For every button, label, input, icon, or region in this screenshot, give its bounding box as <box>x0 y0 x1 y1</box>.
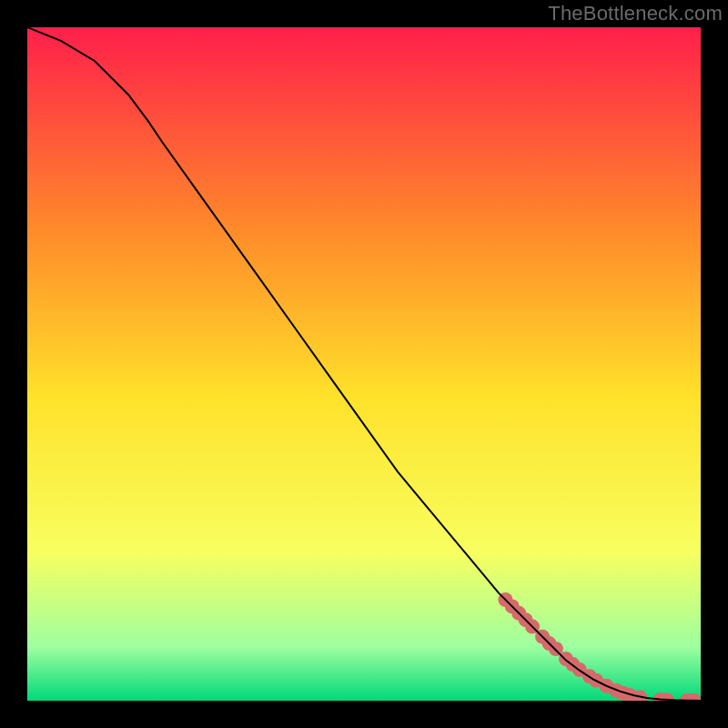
chart-plot-area <box>27 27 701 701</box>
watermark-text: TheBottleneck.com <box>548 2 723 25</box>
chart-stage: TheBottleneck.com <box>0 0 728 728</box>
gradient-background <box>27 27 701 701</box>
chart-svg <box>27 27 701 701</box>
